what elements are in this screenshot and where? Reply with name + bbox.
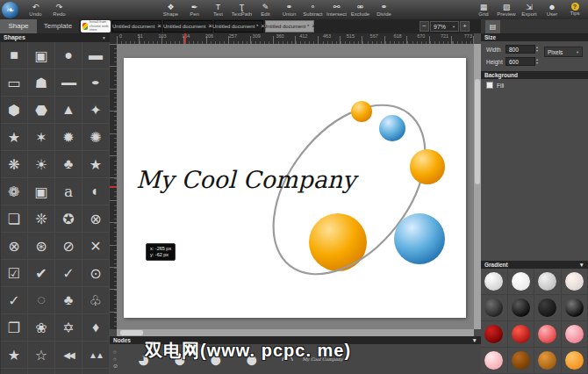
zoom-in-button[interactable]: + [460, 21, 470, 32]
shape-ellipse-icon[interactable]: ● [82, 69, 110, 97]
divide-button[interactable]: ⚭ Divide [372, 0, 396, 19]
shape-triangle-icon[interactable]: ▲ [55, 97, 82, 124]
shape-eight-point-burst-icon[interactable]: ✹ [55, 124, 82, 151]
union-button[interactable]: ⚭ Union [277, 0, 301, 19]
close-tab-icon[interactable]: × [312, 23, 316, 30]
shape-fast-forward-icon[interactable]: ◀◀ [55, 342, 82, 369]
shape-clover-circle-icon[interactable]: ❀ [28, 314, 55, 342]
horizontal-scrollbar[interactable] [117, 329, 474, 336]
zoom-out-button[interactable]: − [419, 21, 429, 32]
user-button[interactable]: ☻ User [541, 0, 563, 19]
shape-mountains-icon[interactable]: ▲▲ [82, 342, 110, 369]
node-thumb-circle-2[interactable]: ● [209, 349, 222, 370]
node-thumb-circle-1[interactable]: ● [173, 349, 186, 370]
shape-cross-icon[interactable]: ✕ [82, 233, 110, 260]
gradient-swatch-white-1[interactable] [481, 269, 508, 295]
shape-circle-x-icon[interactable]: ⊗ [1, 233, 28, 260]
shapes-panel-header[interactable]: Shapes ▼ [0, 33, 110, 42]
tips-button[interactable]: ? Tips [563, 0, 586, 19]
edit-tool-button[interactable]: ✎ Edit [254, 0, 277, 19]
gradient-swatch-white-pink[interactable] [562, 269, 588, 295]
shape-circle-x-outline-icon[interactable]: ⊛ [28, 233, 55, 260]
vertical-scrollbar-thumb[interactable] [475, 79, 480, 184]
nodes-tool-2[interactable]: ○ [113, 356, 118, 363]
large-orange-sphere[interactable] [410, 149, 445, 184]
text-tool-button[interactable]: T Text [206, 0, 230, 19]
shape-hexagon-icon[interactable]: ⬢ [1, 97, 28, 124]
document-tab-3[interactable]: Untitled document * × [214, 20, 263, 32]
height-stepper[interactable]: ▴ ▾ [536, 58, 538, 65]
shape-star-outline-icon[interactable]: ☆ [28, 342, 55, 369]
large-blue-sphere[interactable] [394, 213, 445, 264]
nodes-panel-header[interactable]: Nodes ▼ [110, 336, 481, 344]
shape-star-solid-icon[interactable]: ★ [1, 342, 28, 369]
stepper-down-icon[interactable]: ▾ [536, 61, 538, 65]
gradient-swatch-orange[interactable] [534, 348, 562, 374]
chrome-store-badge[interactable]: Install from chrome web store [81, 20, 111, 32]
units-select[interactable]: Pixels ▼ [544, 47, 583, 57]
gradient-swatch-dark-red[interactable] [481, 321, 508, 348]
undo-button[interactable]: ↶ Undo [24, 0, 47, 19]
shape-club-outline-icon[interactable]: ♧ [82, 287, 110, 314]
mid-blue-sphere[interactable] [379, 115, 405, 141]
node-thumb-circle-3[interactable]: ● [245, 349, 258, 370]
node-thumb-curve[interactable]: ◠ [281, 349, 293, 370]
height-input[interactable]: 600 [506, 57, 535, 66]
grid-button[interactable]: ▦ Grid [472, 0, 495, 19]
document-tab-1[interactable]: Untitled document × [112, 20, 161, 32]
gradient-swatch-black-glossy[interactable] [562, 295, 588, 321]
pasteboard[interactable]: My Cool Company x: -265 px y: -62 px [117, 44, 474, 329]
gradient-section-header[interactable]: Gradient ▼ [481, 261, 588, 269]
small-orange-sphere[interactable] [351, 101, 372, 122]
size-section-header[interactable]: Size [481, 33, 588, 41]
pen-tool-button[interactable]: ✒ Pen [183, 0, 206, 19]
zoom-level-select[interactable]: 97% ▼ [430, 21, 459, 32]
shape-five-point-star-icon[interactable]: ★ [1, 124, 28, 151]
textpath-tool-button[interactable]: Ʈ TextPath [230, 0, 254, 19]
shape-rounded-square-2-icon[interactable]: ▣ [28, 178, 55, 205]
document-tab-2[interactable]: Untitled document × [163, 20, 212, 32]
shape-gear-icon[interactable]: ❊ [28, 205, 55, 233]
background-section-header[interactable]: Background [481, 71, 588, 79]
horizontal-scrollbar-thumb[interactable] [120, 330, 143, 335]
nodes-tool-1[interactable]: ○ [113, 349, 118, 356]
document-page[interactable]: My Cool Company x: -265 px y: -62 px [124, 58, 466, 318]
gradient-swatch-white-2[interactable] [508, 269, 535, 295]
shape-sunburst-icon[interactable]: ☀ [28, 151, 55, 178]
shape-rounded-square-icon[interactable]: ■ [1, 42, 28, 69]
subtract-button[interactable]: ⚬ Subtract [301, 0, 325, 19]
app-logo-icon[interactable]: ❧ [2, 2, 18, 18]
close-tab-icon[interactable]: × [157, 23, 161, 30]
shape-arc-1-icon[interactable]: ◠ [1, 369, 28, 374]
gradient-swatch-red-pink[interactable] [534, 321, 562, 348]
shape-circle-icon[interactable]: ● [55, 42, 82, 69]
gradient-swatch-dark-gray[interactable] [481, 295, 508, 321]
intersect-button[interactable]: ⚯ Intersect [325, 0, 348, 19]
shape-stacked-squares-icon[interactable]: ❏ [1, 205, 28, 233]
shape-check-circle-solid-icon[interactable]: ✔ [28, 260, 55, 287]
preview-button[interactable]: ▧ Preview [495, 0, 518, 19]
shape-four-point-star-icon[interactable]: ✦ [82, 97, 110, 124]
document-properties-tab[interactable]: ▤ [485, 20, 500, 33]
tab-template[interactable]: Template [37, 19, 79, 33]
shape-checkbox-dashed-icon[interactable]: ☑ [1, 260, 28, 287]
shape-octagon-icon[interactable]: ⬣ [28, 97, 55, 124]
gradient-swatch-silver[interactable] [534, 269, 562, 295]
shape-thin-rectangle-icon[interactable]: ▭ [1, 69, 28, 97]
document-tab-4[interactable]: Untitled document * × [265, 20, 314, 32]
shape-arc-2-icon[interactable]: ◠ [28, 369, 55, 374]
shape-squircle-icon[interactable]: ▣ [28, 42, 55, 69]
shape-circle-x-2-icon[interactable]: ⊘ [55, 233, 82, 260]
shape-diamond-icon[interactable]: ♦ [82, 314, 110, 342]
redo-button[interactable]: ↷ Redo [47, 0, 71, 19]
company-text[interactable]: My Cool Company [136, 166, 359, 193]
shape-badge-icon[interactable]: ✪ [55, 205, 82, 233]
shape-sixteen-point-burst-icon[interactable]: ❋ [1, 151, 28, 178]
stepper-down-icon[interactable]: ▾ [536, 49, 538, 53]
node-thumb-pacman[interactable]: ◕ [137, 349, 150, 370]
shape-trefoil-icon[interactable]: ♣ [55, 151, 82, 178]
exclude-button[interactable]: ⚮ Exclude [348, 0, 372, 19]
shape-circle-x-solid-icon[interactable]: ⊗ [82, 205, 110, 233]
shape-star-of-david-icon[interactable]: ✡ [55, 314, 82, 342]
shape-six-point-star-icon[interactable]: ✶ [28, 124, 55, 151]
